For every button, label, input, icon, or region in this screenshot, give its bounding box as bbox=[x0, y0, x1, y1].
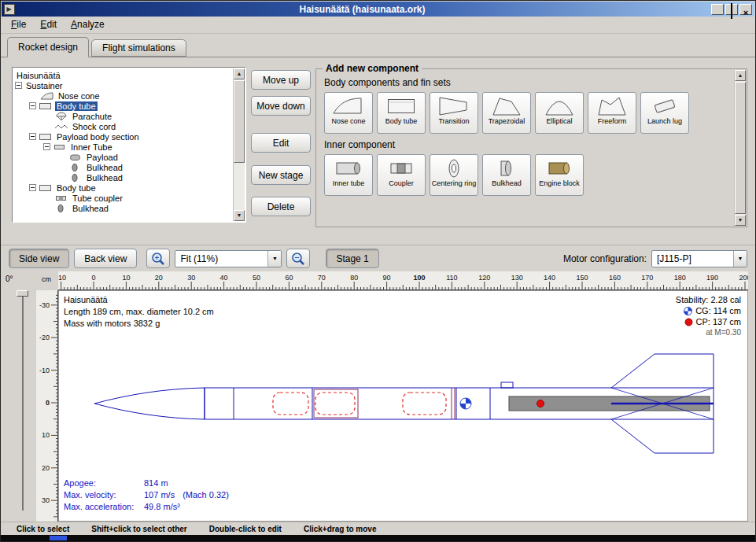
tree-scrollbar[interactable]: ▲ ▼ bbox=[233, 68, 245, 221]
centering-ring-button[interactable]: Centering ring bbox=[430, 154, 478, 196]
rotation-slider-track[interactable] bbox=[22, 293, 24, 511]
edit-button[interactable]: Edit bbox=[251, 133, 311, 153]
elliptical-button[interactable]: Elliptical bbox=[535, 92, 584, 134]
svg-text:80: 80 bbox=[350, 274, 358, 282]
tree-item[interactable]: Inner Tube bbox=[15, 142, 231, 152]
maximize-button[interactable] bbox=[725, 4, 738, 15]
svg-text:190: 190 bbox=[706, 274, 718, 282]
stage-1-toggle-button[interactable]: Stage 1 bbox=[326, 249, 378, 268]
design-panel: HaisunäätäSustainerNose coneBody tubePar… bbox=[1, 57, 755, 233]
rocket-info: Haisunäätä Length 189 cm, max. diameter … bbox=[64, 294, 214, 330]
delete-button[interactable]: Delete bbox=[251, 197, 311, 216]
svg-text:200: 200 bbox=[739, 274, 748, 282]
side-view-button[interactable]: Side view bbox=[9, 249, 69, 268]
tree-expander-icon[interactable] bbox=[29, 133, 36, 140]
svg-text:40: 40 bbox=[220, 274, 228, 282]
trapezoidal-label: Trapezoidal bbox=[483, 117, 530, 125]
coupler-button[interactable]: Coupler bbox=[377, 154, 426, 196]
svg-text:100: 100 bbox=[413, 274, 425, 282]
svg-text:10: 10 bbox=[122, 274, 130, 282]
centering-ring-label: Centering ring bbox=[430, 179, 478, 187]
tab-rocket-design[interactable]: Rocket design bbox=[7, 37, 89, 57]
engine-block-label: Engine block bbox=[536, 179, 583, 187]
tree-item[interactable]: Parachute bbox=[15, 111, 231, 121]
tree-item[interactable]: Body tube bbox=[15, 101, 231, 111]
inner-tube-button[interactable]: Inner tube bbox=[324, 154, 373, 196]
svg-text:-30: -30 bbox=[39, 301, 50, 309]
back-view-button[interactable]: Back view bbox=[74, 249, 137, 268]
chevron-down-icon[interactable]: ▼ bbox=[267, 251, 281, 267]
tab-flight-simulations[interactable]: Flight simulations bbox=[91, 39, 186, 57]
motor-configuration-select[interactable]: [J115-P] ▼ bbox=[651, 250, 747, 267]
scroll-up-icon[interactable]: ▲ bbox=[234, 68, 245, 79]
tree-item[interactable]: Body tube bbox=[15, 183, 231, 193]
zoom-in-icon bbox=[150, 251, 166, 267]
nose-cone-button[interactable]: Nose cone bbox=[324, 92, 373, 134]
move-down-button[interactable]: Move down bbox=[251, 96, 311, 116]
freeform-button[interactable]: Freeform bbox=[588, 92, 636, 134]
add-component-panel: Add new component Body components and fi… bbox=[315, 68, 747, 227]
chevron-down-icon[interactable]: ▼ bbox=[733, 251, 747, 267]
menu-file[interactable]: File bbox=[4, 17, 33, 32]
zoom-in-button[interactable] bbox=[146, 249, 170, 268]
rocket-canvas[interactable]: Haisunäätä Length 189 cm, max. diameter … bbox=[58, 290, 748, 522]
rotation-angle-label: 0° bbox=[6, 275, 13, 283]
tree-expander-icon[interactable] bbox=[29, 102, 36, 109]
svg-text:90: 90 bbox=[383, 274, 391, 282]
tree-expander-icon[interactable] bbox=[15, 82, 22, 89]
tree-item[interactable]: Tube coupler bbox=[15, 193, 231, 203]
tree-item-label: Tube coupler bbox=[71, 194, 124, 203]
transition-label: Transition bbox=[430, 117, 478, 125]
scroll-down-icon[interactable]: ▼ bbox=[735, 215, 746, 226]
tree-item[interactable]: Payload bbox=[15, 152, 231, 162]
add-panel-scrollbar[interactable]: ▲ ▼ bbox=[734, 70, 746, 226]
rocket-name: Haisunäätä bbox=[64, 294, 214, 306]
tree-item[interactable]: Nose cone bbox=[15, 90, 231, 101]
internal-components-outline bbox=[273, 393, 446, 415]
inner-tube-label: Inner tube bbox=[325, 179, 372, 187]
component-tree[interactable]: HaisunäätäSustainerNose coneBody tubePar… bbox=[12, 67, 246, 223]
menu-analyze[interactable]: Analyze bbox=[64, 17, 112, 32]
tree-item-label: Bulkhead bbox=[85, 173, 124, 183]
add-panel-scrollbar-thumb[interactable] bbox=[735, 82, 746, 214]
zoom-level-value: Fit (11%) bbox=[180, 253, 267, 264]
tree-item[interactable]: Payload body section bbox=[15, 131, 231, 142]
rotation-slider-handle[interactable] bbox=[17, 290, 28, 297]
tree-item[interactable]: Haisunäätä bbox=[15, 70, 231, 80]
bulkhead-icon bbox=[68, 173, 83, 183]
launch-lug-button[interactable]: Launch lug bbox=[640, 92, 689, 134]
minimize-button[interactable] bbox=[711, 4, 724, 15]
tree-item[interactable]: Bulkhead bbox=[15, 203, 231, 213]
zoom-out-icon bbox=[290, 251, 306, 267]
body-tube-button[interactable]: Body tube bbox=[377, 92, 426, 134]
finell-icon bbox=[536, 94, 583, 117]
scroll-down-icon[interactable]: ▼ bbox=[234, 210, 245, 221]
tree-item-label: Payload body section bbox=[55, 132, 141, 142]
tree-expander-icon[interactable] bbox=[29, 184, 36, 191]
tree-expander-icon[interactable] bbox=[43, 143, 50, 150]
engine-block-button[interactable]: Engine block bbox=[535, 154, 584, 196]
zoom-level-select[interactable]: Fit (11%) ▼ bbox=[175, 250, 282, 267]
tree-item[interactable]: Shock cord bbox=[15, 121, 231, 131]
bulkhead-button[interactable]: Bulkhead bbox=[482, 154, 531, 196]
tree-item[interactable]: Bulkhead bbox=[15, 172, 231, 183]
new-stage-button[interactable]: New stage bbox=[251, 165, 311, 185]
close-button[interactable]: × bbox=[739, 4, 752, 15]
flight-stat-value: 49.8 m/s² bbox=[144, 502, 180, 511]
motor-configuration-label: Motor configuration: bbox=[563, 253, 647, 264]
trapezoidal-button[interactable]: Trapezoidal bbox=[482, 92, 531, 134]
transition-button[interactable]: Transition bbox=[430, 92, 478, 134]
scroll-up-icon[interactable]: ▲ bbox=[735, 70, 746, 81]
tree-item[interactable]: Bulkhead bbox=[15, 162, 231, 172]
tree-item[interactable]: Sustainer bbox=[15, 80, 231, 90]
hint-text: Shift+click to select other bbox=[91, 525, 186, 533]
tree-scrollbar-thumb[interactable] bbox=[234, 80, 245, 163]
freeform-label: Freeform bbox=[588, 117, 636, 125]
horizontal-ruler: -100102030405060708090100110120130140150… bbox=[58, 271, 748, 290]
tree-item-label: Inner Tube bbox=[69, 142, 114, 152]
move-up-button[interactable]: Move up bbox=[251, 70, 311, 90]
menu-edit[interactable]: Edit bbox=[33, 17, 64, 32]
launchlug-icon bbox=[641, 94, 688, 117]
zoom-out-button[interactable] bbox=[286, 249, 310, 268]
tree-item-label: Shock cord bbox=[71, 122, 117, 131]
